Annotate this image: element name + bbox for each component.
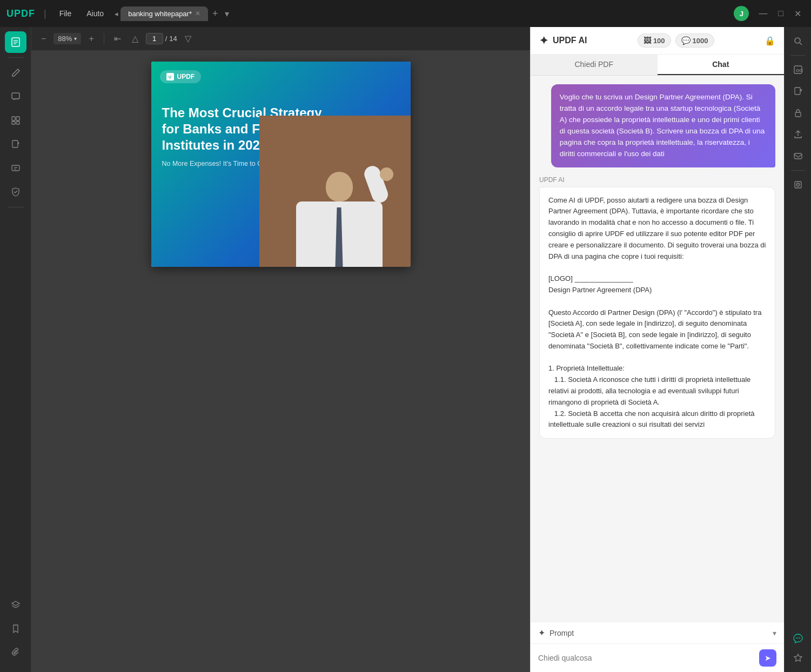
right-icon-convert[interactable] <box>788 82 808 101</box>
pdf-page: U UPDF The Most Crucial Strategy for Ban… <box>151 62 411 267</box>
active-tab[interactable]: banking whitepapar* ✕ <box>120 6 208 21</box>
prompt-label: ✦ Prompt <box>538 628 574 638</box>
prev-page-button[interactable]: △ <box>129 31 142 46</box>
tab-arrow[interactable]: ◂ <box>115 10 118 18</box>
page-nav: / 14 <box>146 33 177 44</box>
page-input[interactable] <box>146 33 163 44</box>
sidebar-icon-layers[interactable] <box>5 594 26 616</box>
title-bar: UPDF | File Aiuto ◂ banking whitepapar* … <box>0 0 811 27</box>
first-page-button[interactable]: ⇤ <box>111 31 124 46</box>
minimize-button[interactable]: — <box>755 9 770 18</box>
pdf-logo-text: UPDF <box>177 73 195 80</box>
right-sidebar: OCR <box>784 27 811 672</box>
image-credit-value: 100 <box>653 37 665 45</box>
image-credit-icon: 🖼 <box>644 36 651 45</box>
text-credit-badge: 💬 1000 <box>675 33 714 48</box>
svg-rect-24 <box>794 153 802 159</box>
svg-text:OCR: OCR <box>796 68 803 73</box>
chat-input-area: ✦ Prompt ▾ ➤ <box>531 622 784 672</box>
sidebar-icon-protect[interactable] <box>5 181 26 203</box>
toolbar-sep <box>104 33 104 44</box>
sidebar-icon-form[interactable] <box>5 157 26 179</box>
svg-rect-5 <box>12 117 15 120</box>
prompt-dots-icon: ✦ <box>538 628 545 638</box>
zoom-in-button[interactable]: + <box>85 32 97 46</box>
right-icon-email[interactable] <box>788 146 808 166</box>
sidebar-icon-comment[interactable] <box>5 86 26 107</box>
person-head <box>326 172 353 201</box>
pdf-area: U UPDF The Most Crucial Strategy for Ban… <box>31 51 530 672</box>
sidebar-icon-reader[interactable] <box>5 31 26 53</box>
tab-area: ◂ banking whitepapar* ✕ + ▾ <box>115 6 727 21</box>
chat-input[interactable] <box>538 654 755 662</box>
right-icon-ocr[interactable]: OCR <box>788 60 808 79</box>
maximize-button[interactable]: □ <box>775 9 787 18</box>
svg-point-30 <box>799 637 800 639</box>
lock-icon[interactable]: 🔒 <box>765 36 775 46</box>
left-sidebar <box>0 27 31 672</box>
right-icon-search[interactable] <box>788 31 808 51</box>
ai-message-text: Come AI di UPDF, posso aiutarti a redige… <box>548 196 766 429</box>
page-sep: / <box>165 35 167 43</box>
ai-logo-icon: ✦ <box>539 34 548 47</box>
sidebar-icon-page[interactable] <box>5 133 26 155</box>
prompt-label-text: Prompt <box>549 629 574 637</box>
menu-file[interactable]: File <box>55 7 76 20</box>
sidebar-sep-2 <box>8 207 24 207</box>
tab-chiedi-pdf[interactable]: Chiedi PDF <box>531 55 658 75</box>
zoom-display[interactable]: 88% ▾ <box>53 33 81 44</box>
svg-rect-10 <box>12 165 19 171</box>
user-avatar[interactable]: J <box>734 6 749 21</box>
svg-point-28 <box>796 637 797 639</box>
right-sep-2 <box>791 170 805 171</box>
tab-dropdown-icon[interactable]: ▾ <box>225 9 229 19</box>
svg-rect-8 <box>16 122 19 124</box>
chat-input-row: ➤ <box>531 644 784 672</box>
ai-response-label: UPDF AI <box>539 176 775 184</box>
right-icon-feedback[interactable] <box>788 648 808 668</box>
sidebar-icon-edit[interactable] <box>5 62 26 84</box>
ai-title: ✦ UPDF AI <box>539 34 587 47</box>
tab-chat[interactable]: Chat <box>658 55 785 75</box>
svg-rect-4 <box>12 93 19 99</box>
right-icon-share[interactable] <box>788 125 808 144</box>
image-credit-badge: 🖼 100 <box>638 33 671 48</box>
pdf-header: U UPDF The Most Crucial Strategy for Ban… <box>151 62 411 267</box>
svg-point-15 <box>795 38 800 43</box>
send-button[interactable]: ➤ <box>759 649 776 667</box>
svg-line-16 <box>800 43 802 45</box>
prompt-dropdown-icon[interactable]: ▾ <box>773 629 776 637</box>
zoom-level: 88% <box>58 35 72 43</box>
text-credit-icon: 💬 <box>681 36 691 45</box>
ai-message: Come AI di UPDF, posso aiutarti a redige… <box>539 187 775 439</box>
person-shape <box>296 148 383 267</box>
close-button[interactable]: ✕ <box>791 9 805 19</box>
right-icon-scan[interactable] <box>788 175 808 194</box>
user-message: Voglio che tu scriva un Design Partner A… <box>551 84 775 167</box>
add-tab-button[interactable]: + <box>210 8 220 19</box>
pdf-logo: U UPDF <box>160 70 202 83</box>
sidebar-sep-1 <box>8 57 24 58</box>
sidebar-icon-attach[interactable] <box>5 642 26 663</box>
tab-close-icon[interactable]: ✕ <box>195 10 200 17</box>
credit-badges: 🖼 100 💬 1000 <box>638 33 714 48</box>
svg-point-29 <box>797 637 799 639</box>
right-icon-lock[interactable] <box>788 103 808 123</box>
sidebar-icon-organize[interactable] <box>5 110 26 131</box>
svg-rect-9 <box>12 140 18 147</box>
zoom-dropdown-icon: ▾ <box>74 36 77 42</box>
right-icon-ai-chat[interactable] <box>788 629 808 648</box>
chat-area: Voglio che tu scriva un Design Partner A… <box>531 76 784 622</box>
pdf-logo-icon: U <box>166 73 174 80</box>
right-sep-1 <box>791 55 805 56</box>
sidebar-icon-bookmark[interactable] <box>5 618 26 640</box>
zoom-out-button[interactable]: − <box>38 32 49 46</box>
menu-aiuto[interactable]: Aiuto <box>82 7 108 20</box>
next-page-button[interactable]: ▽ <box>182 31 195 46</box>
ai-title-text: UPDF AI <box>553 36 587 45</box>
send-icon: ➤ <box>765 654 771 662</box>
svg-rect-19 <box>795 88 800 95</box>
prompt-bar: ✦ Prompt ▾ <box>531 622 784 644</box>
app-logo: UPDF <box>6 8 35 19</box>
svg-rect-7 <box>12 122 15 124</box>
